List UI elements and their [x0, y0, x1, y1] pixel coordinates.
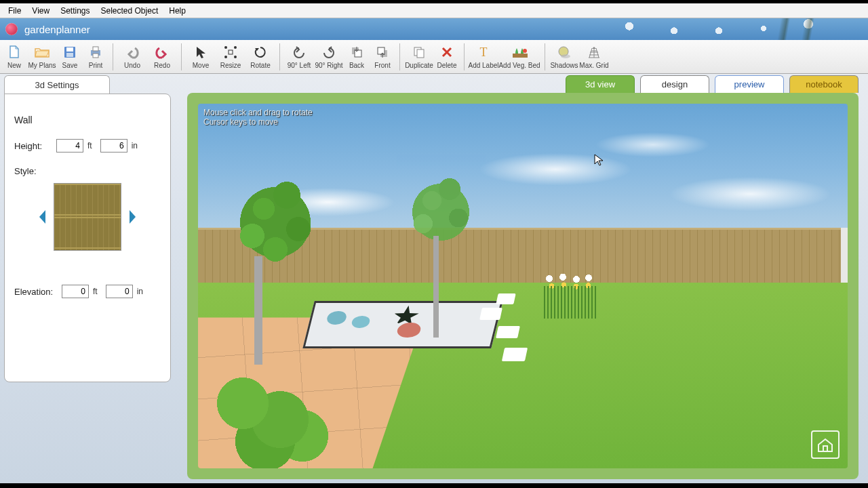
svg-point-10: [234, 56, 237, 58]
app-title-band: gardenplanner: [0, 18, 868, 40]
render-viewport[interactable]: Mouse click and drag to rotate Cursor ke…: [198, 104, 848, 468]
save-icon: [62, 45, 78, 60]
svg-rect-22: [823, 446, 827, 451]
svg-rect-1: [66, 47, 73, 52]
blossom-decor: [570, 18, 868, 40]
menu-help[interactable]: Help: [163, 5, 191, 17]
duplicate-icon: [411, 45, 427, 60]
mouse-cursor-icon: [594, 154, 604, 167]
home-view-button[interactable]: [811, 430, 840, 459]
chevron-left-icon: [37, 209, 47, 225]
height-label: Height:: [14, 141, 52, 151]
chevron-right-icon: [128, 209, 138, 225]
svg-point-21: [561, 54, 570, 58]
rotate-left-button[interactable]: 90° Left: [284, 41, 314, 72]
canvas-frame: Mouse click and drag to rotate Cursor ke…: [187, 93, 859, 479]
print-button[interactable]: Print: [83, 41, 108, 72]
elevation-in-input[interactable]: [106, 285, 133, 298]
undo-button[interactable]: Undo: [117, 41, 147, 72]
viewport-hint: Mouse click and drag to rotate Cursor ke…: [203, 108, 313, 127]
cursor-icon: [193, 45, 209, 60]
svg-rect-4: [93, 47, 98, 51]
height-ft-input[interactable]: [56, 139, 83, 152]
tab-3d-view[interactable]: 3d view: [566, 75, 635, 93]
text-icon: T: [475, 45, 492, 60]
move-button[interactable]: Move: [186, 41, 216, 72]
svg-rect-5: [93, 54, 98, 58]
vegetable-bed-icon: [511, 45, 528, 60]
rotate-button[interactable]: Rotate: [245, 41, 275, 72]
object-type-label: Wall: [14, 115, 161, 125]
rotate-icon: [252, 45, 269, 60]
menu-file[interactable]: File: [3, 5, 26, 17]
app-logo-icon: [5, 23, 18, 35]
send-back-button[interactable]: Back: [344, 41, 370, 72]
svg-point-8: [234, 46, 237, 49]
svg-text:T: T: [480, 46, 488, 58]
resize-button[interactable]: Resize: [216, 41, 245, 72]
elevation-ft-unit: ft: [93, 287, 98, 296]
delete-icon: [439, 45, 455, 60]
folder-open-icon: [34, 45, 50, 60]
save-button[interactable]: Save: [57, 41, 83, 72]
toolbar: New My Plans Save Print Undo R: [0, 40, 868, 74]
menu-settings[interactable]: Settings: [55, 5, 95, 17]
height-in-unit: in: [132, 141, 138, 150]
add-label-button[interactable]: T Add Label: [469, 41, 498, 72]
svg-point-19: [523, 49, 527, 53]
shadow-icon: [556, 45, 572, 60]
svg-point-7: [224, 46, 227, 49]
rotate-right-button[interactable]: 90° Right: [314, 41, 344, 72]
elevation-ft-input[interactable]: [62, 285, 89, 298]
undo-icon: [124, 45, 140, 60]
new-button[interactable]: New: [1, 41, 27, 72]
send-back-icon: [349, 45, 365, 60]
grid-icon: [586, 45, 602, 60]
menu-bar: File View Settings Selected Object Help: [0, 3, 868, 18]
svg-rect-18: [513, 54, 528, 58]
elevation-in-unit: in: [137, 287, 143, 296]
settings-panel: Wall Height: ft in Style:: [4, 94, 171, 382]
bring-front-button[interactable]: Front: [370, 41, 395, 72]
height-in-input[interactable]: [100, 139, 127, 152]
duplicate-button[interactable]: Duplicate: [404, 41, 434, 72]
svg-point-9: [224, 56, 227, 58]
tab-design[interactable]: design: [640, 75, 709, 93]
new-file-icon: [6, 45, 22, 60]
tab-notebook[interactable]: notebook: [789, 75, 859, 93]
house-icon: [816, 435, 835, 454]
redo-button[interactable]: Redo: [147, 41, 177, 72]
my-plans-button[interactable]: My Plans: [27, 41, 57, 72]
elevation-label: Elevation:: [14, 287, 58, 297]
redo-icon: [154, 45, 170, 60]
menu-selected-object[interactable]: Selected Object: [96, 5, 164, 17]
max-grid-button[interactable]: Max. Grid: [579, 41, 609, 72]
delete-button[interactable]: Delete: [434, 41, 460, 72]
svg-rect-6: [229, 50, 233, 54]
add-veg-bed-button[interactable]: Add Veg. Bed: [498, 41, 540, 72]
rotate-left-icon: [291, 45, 307, 60]
style-prev-button[interactable]: [35, 203, 50, 230]
tab-preview[interactable]: preview: [715, 75, 784, 93]
style-label: Style:: [14, 166, 161, 176]
rotate-right-icon: [321, 45, 337, 60]
svg-rect-16: [417, 49, 424, 58]
style-swatch[interactable]: [54, 183, 121, 251]
bring-front-icon: [374, 45, 391, 60]
print-icon: [87, 45, 104, 60]
app-title: gardenplanner: [24, 24, 90, 35]
resize-icon: [222, 45, 239, 60]
style-next-button[interactable]: [125, 203, 140, 230]
view-tabs: 3d view design preview notebook: [566, 75, 859, 93]
height-ft-unit: ft: [87, 141, 92, 150]
svg-rect-2: [66, 53, 73, 57]
menu-view[interactable]: View: [26, 5, 55, 17]
svg-rect-12: [355, 50, 361, 57]
settings-tab[interactable]: 3d Settings: [4, 75, 110, 94]
svg-rect-14: [378, 47, 384, 54]
shadows-button[interactable]: Shadows: [549, 41, 579, 72]
